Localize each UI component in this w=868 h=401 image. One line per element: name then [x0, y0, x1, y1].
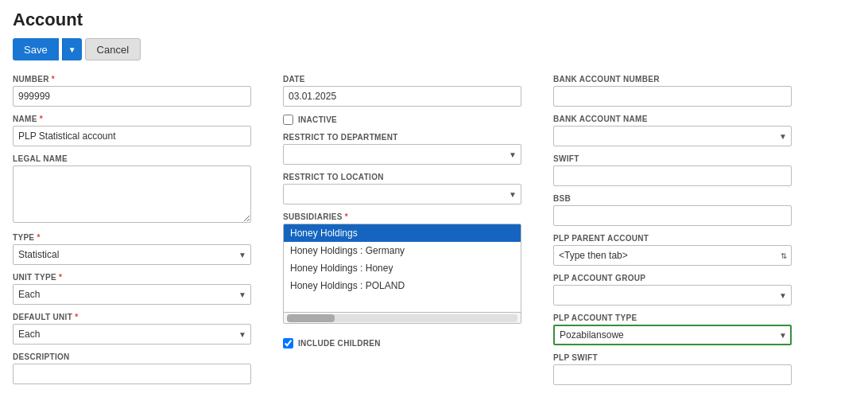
- type-field-group: TYPE Statistical Balance Sheet Income ▼: [13, 233, 251, 265]
- bank-account-name-label: BANK ACCOUNT NAME: [553, 115, 792, 123]
- page-title: Account: [13, 10, 855, 30]
- number-field-group: NUMBER: [13, 75, 251, 107]
- name-field-group: NAME: [13, 115, 251, 146]
- unit-type-field-group: UNIT TYPE Each Dozen ▼: [13, 273, 251, 305]
- description-input[interactable]: [13, 364, 251, 384]
- plp-swift-field-group: PLP SWIFT: [553, 353, 792, 385]
- save-button[interactable]: Save: [13, 38, 59, 60]
- subsidiaries-scrollbar-thumb: [287, 314, 335, 322]
- subsidiaries-item[interactable]: Honey Holdings : POLAND: [284, 277, 521, 294]
- plp-parent-account-select[interactable]: <Type then tab>: [553, 245, 792, 266]
- plp-swift-label: PLP SWIFT: [553, 353, 792, 362]
- include-children-row: INCLUDE CHILDREN: [283, 338, 521, 348]
- include-children-checkbox[interactable]: [283, 338, 293, 348]
- name-label: NAME: [13, 115, 251, 123]
- cancel-button[interactable]: Cancel: [85, 38, 141, 60]
- column-1: NUMBER NAME LEGAL NAME TYPE Statistical …: [13, 75, 251, 392]
- name-input[interactable]: [13, 126, 251, 146]
- legal-name-field-group: LEGAL NAME: [13, 154, 251, 225]
- subsidiaries-field-group: SUBSIDIARIES Honey Holdings Honey Holdin…: [283, 212, 521, 324]
- swift-label: SWIFT: [553, 154, 792, 163]
- plp-account-group-select-wrapper: ▼: [553, 285, 792, 306]
- plp-account-group-field-group: PLP ACCOUNT GROUP ▼: [553, 274, 792, 306]
- date-label: DATE: [283, 75, 521, 84]
- plp-account-type-wrapper: Pozabilansowe Bilansowe Wynikowe ▼: [553, 325, 792, 345]
- swift-input[interactable]: [553, 165, 792, 186]
- column-3: BANK ACCOUNT NUMBER BANK ACCOUNT NAME ▼ …: [553, 75, 792, 393]
- description-label: DESCRIPTION: [13, 352, 251, 361]
- subsidiaries-list: Honey Holdings Honey Holdings : Germany …: [284, 224, 521, 312]
- bank-account-number-label: BANK ACCOUNT NUMBER: [553, 75, 792, 84]
- bsb-field-group: BSB: [553, 194, 792, 226]
- plp-account-group-label: PLP ACCOUNT GROUP: [553, 274, 792, 282]
- bsb-label: BSB: [553, 194, 792, 203]
- restrict-dept-select-wrapper: ▼: [283, 144, 521, 165]
- plp-account-group-select[interactable]: [553, 285, 792, 306]
- subsidiaries-box: Honey Holdings Honey Holdings : Germany …: [283, 224, 521, 324]
- bank-account-number-field-group: BANK ACCOUNT NUMBER: [553, 75, 792, 107]
- bank-account-number-input[interactable]: [553, 86, 792, 107]
- number-label: NUMBER: [13, 75, 251, 84]
- type-select[interactable]: Statistical Balance Sheet Income: [13, 244, 251, 265]
- bank-account-name-field-group: BANK ACCOUNT NAME ▼: [553, 115, 792, 146]
- unit-type-select-wrapper: Each Dozen ▼: [13, 284, 251, 305]
- subsidiaries-scrollbar: [284, 312, 521, 323]
- description-field-group: DESCRIPTION: [13, 352, 251, 384]
- number-input[interactable]: [13, 86, 251, 107]
- bsb-input[interactable]: [553, 205, 792, 226]
- plp-account-type-label: PLP ACCOUNT TYPE: [553, 313, 792, 322]
- inactive-label: INACTIVE: [298, 115, 337, 124]
- legal-name-input[interactable]: [13, 165, 251, 223]
- column-2: DATE INACTIVE RESTRICT TO DEPARTMENT ▼ R…: [283, 75, 521, 348]
- subsidiaries-item[interactable]: Honey Holdings: [284, 224, 521, 242]
- save-dropdown-button[interactable]: ▼: [62, 38, 82, 60]
- default-unit-label: DEFAULT UNIT: [13, 313, 251, 321]
- plp-account-type-field-group: PLP ACCOUNT TYPE Pozabilansowe Bilansowe…: [553, 313, 792, 345]
- subsidiaries-label: SUBSIDIARIES: [283, 212, 521, 221]
- restrict-loc-select[interactable]: [283, 184, 521, 204]
- plp-parent-wrapper: <Type then tab> ⇅: [553, 245, 792, 266]
- unit-type-select[interactable]: Each Dozen: [13, 284, 251, 305]
- toolbar: Save ▼ Cancel: [13, 38, 855, 60]
- default-unit-select[interactable]: Each Dozen: [13, 324, 251, 345]
- default-unit-select-wrapper: Each Dozen ▼: [13, 324, 251, 345]
- restrict-dept-select[interactable]: [283, 144, 521, 165]
- bank-account-name-select-wrapper: ▼: [553, 126, 792, 146]
- restrict-loc-field-group: RESTRICT TO LOCATION ▼: [283, 173, 521, 204]
- inactive-row: INACTIVE: [283, 115, 521, 125]
- type-label: TYPE: [13, 233, 251, 242]
- date-input[interactable]: [283, 86, 521, 107]
- restrict-dept-label: RESTRICT TO DEPARTMENT: [283, 133, 521, 142]
- date-field-group: DATE: [283, 75, 521, 107]
- unit-type-label: UNIT TYPE: [13, 273, 251, 282]
- form-layout: NUMBER NAME LEGAL NAME TYPE Statistical …: [13, 75, 855, 393]
- subsidiaries-item[interactable]: Honey Holdings : Honey: [284, 259, 521, 277]
- restrict-dept-field-group: RESTRICT TO DEPARTMENT ▼: [283, 133, 521, 165]
- inactive-checkbox[interactable]: [283, 115, 293, 125]
- restrict-loc-label: RESTRICT TO LOCATION: [283, 173, 521, 181]
- default-unit-field-group: DEFAULT UNIT Each Dozen ▼: [13, 313, 251, 345]
- include-children-label: INCLUDE CHILDREN: [298, 339, 381, 348]
- bank-account-name-select[interactable]: [553, 126, 792, 146]
- plp-account-type-select[interactable]: Pozabilansowe Bilansowe Wynikowe: [553, 325, 792, 345]
- plp-parent-account-label: PLP PARENT ACCOUNT: [553, 234, 792, 243]
- swift-field-group: SWIFT: [553, 154, 792, 186]
- legal-name-label: LEGAL NAME: [13, 154, 251, 163]
- plp-swift-input[interactable]: [553, 364, 792, 385]
- subsidiaries-scrollbar-track: [287, 314, 517, 322]
- subsidiaries-item[interactable]: Honey Holdings : Germany: [284, 242, 521, 259]
- type-select-wrapper: Statistical Balance Sheet Income ▼: [13, 244, 251, 265]
- restrict-loc-select-wrapper: ▼: [283, 184, 521, 204]
- plp-parent-account-field-group: PLP PARENT ACCOUNT <Type then tab> ⇅: [553, 234, 792, 266]
